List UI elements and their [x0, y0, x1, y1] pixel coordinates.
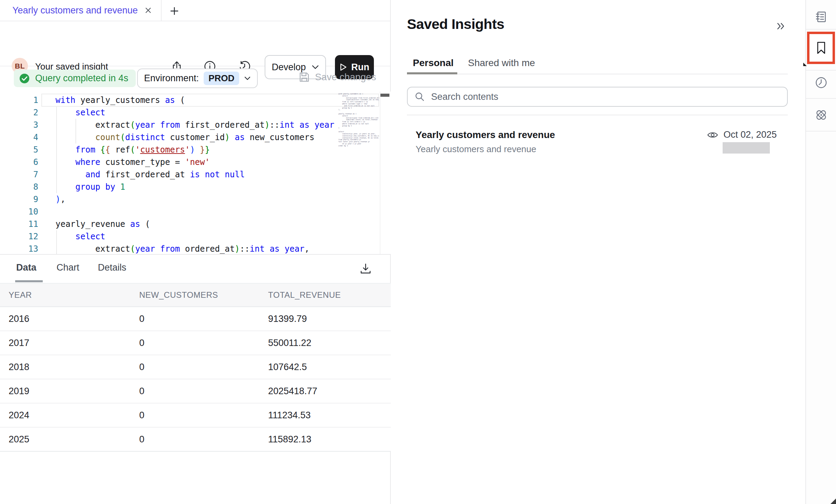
code-line[interactable]: count(distinct customer_id) as new_custo…: [55, 131, 335, 144]
column-header: NEW_CUSTOMERS: [131, 290, 259, 300]
environment-label: Environment:: [144, 73, 199, 84]
notebook-icon: [815, 10, 828, 23]
environment-value-badge: PROD: [204, 72, 239, 85]
results-tabbar: Data Chart Details: [0, 255, 390, 283]
insight-item-date: Oct 02, 2025: [723, 129, 777, 140]
resize-corner-mark: [830, 498, 836, 504]
code-line[interactable]: group by 1: [55, 181, 335, 193]
tab-data[interactable]: Data: [16, 262, 37, 273]
line-number: 2: [0, 106, 38, 119]
divider: [407, 115, 788, 115]
page-title: Saved Insights: [407, 16, 504, 32]
active-tab-underline: [15, 280, 43, 282]
table-cell: 2018: [0, 362, 131, 372]
notebook-panel-button[interactable]: [806, 10, 836, 23]
save-changes-label: Save changes: [315, 72, 376, 83]
column-header: YEAR: [0, 290, 131, 300]
save-changes-button[interactable]: Save changes: [298, 71, 376, 83]
tab-chart[interactable]: Chart: [57, 262, 79, 273]
insight-toolbar: BL Your saved insight Deve: [0, 21, 390, 66]
check-circle-icon: [19, 73, 30, 84]
table-cell: 107642.5: [259, 362, 391, 372]
code-line[interactable]: yearly_revenue as (: [55, 218, 335, 230]
code-line[interactable]: and first_ordered_at is not null: [55, 168, 335, 181]
close-icon[interactable]: [144, 6, 152, 14]
search-box[interactable]: [407, 87, 788, 107]
code-line[interactable]: where customer_type = 'new': [55, 156, 335, 168]
history-rail-button[interactable]: [806, 76, 836, 89]
code-area[interactable]: with yearly_customers as ( select extrac…: [55, 94, 335, 255]
tab-title: Yearly customers and revenue: [12, 5, 138, 16]
tabs-baseline: [407, 74, 788, 74]
download-results-button[interactable]: [358, 262, 373, 276]
results-table: YEARNEW_CUSTOMERSTOTAL_REVENUE 201609139…: [0, 283, 391, 452]
code-line[interactable]: from {{ ref('customers') }}: [55, 144, 335, 156]
rail-divider: [806, 70, 836, 71]
line-number: 10: [0, 206, 38, 218]
plus-icon: [169, 6, 180, 16]
chevron-down-icon: [244, 76, 251, 81]
tab-shared-with-me[interactable]: Shared with me: [468, 57, 535, 69]
saved-insights-rail-button[interactable]: [807, 32, 835, 64]
table-cell: 115892.13: [259, 434, 391, 445]
table-cell: 91399.79: [259, 314, 391, 324]
download-icon: [359, 262, 372, 275]
saved-insight-item[interactable]: Yearly customers and revenue Yearly cust…: [407, 123, 788, 160]
table-row[interactable]: 20170550011.22: [0, 331, 391, 355]
editor-minimap[interactable]: with yearly_customers as ( select extrac…: [338, 93, 379, 253]
tab-details[interactable]: Details: [98, 262, 126, 273]
table-cell: 0: [131, 314, 259, 324]
line-number: 3: [0, 119, 38, 131]
rail-divider: [806, 131, 836, 132]
table-row[interactable]: 20240111234.53: [0, 403, 391, 428]
table-row[interactable]: 20180107642.5: [0, 355, 391, 379]
integrations-rail-button[interactable]: [806, 107, 836, 123]
environment-selector[interactable]: Environment: PROD: [137, 69, 258, 88]
query-status-text: Query completed in 4s: [35, 73, 128, 84]
code-line[interactable]: [55, 206, 335, 218]
table-cell: 2024: [0, 410, 131, 421]
editor-scrollbar-thumb[interactable]: [380, 94, 389, 97]
editor-tabbar: Yearly customers and revenue: [0, 0, 390, 21]
insight-item-title: Yearly customers and revenue: [416, 129, 555, 140]
tab-personal[interactable]: Personal: [413, 57, 453, 69]
tab-yearly-customers-and-revenue[interactable]: Yearly customers and revenue: [0, 0, 162, 21]
table-cell: 0: [131, 434, 259, 445]
search-icon: [415, 92, 425, 102]
line-number: 11: [0, 218, 38, 230]
table-row[interactable]: 201902025418.77: [0, 379, 391, 403]
insight-item-placeholder-bar: [723, 142, 770, 154]
column-header: TOTAL_REVENUE: [259, 290, 391, 300]
insight-item-subtitle: Yearly customers and revenue: [416, 144, 536, 155]
eye-icon: [707, 131, 718, 139]
new-tab-button[interactable]: [168, 5, 181, 17]
line-number: 1: [0, 94, 38, 106]
table-cell: 2016: [0, 314, 131, 324]
query-statusbar: Query completed in 4s Environment: PROD …: [0, 66, 390, 92]
code-line[interactable]: select: [55, 106, 335, 119]
rail-divider: [806, 98, 836, 99]
table-row[interactable]: 2016091399.79: [0, 307, 391, 331]
rail-divider: [806, 29, 836, 30]
code-line[interactable]: extract(year from first_ordered_at)::int…: [55, 119, 335, 131]
search-input[interactable]: [431, 92, 780, 102]
code-line[interactable]: ),: [55, 193, 335, 206]
line-number: 8: [0, 181, 38, 193]
code-line[interactable]: with yearly_customers as (: [55, 94, 335, 106]
code-line[interactable]: select: [55, 230, 335, 243]
collapse-panel-button[interactable]: [775, 20, 787, 32]
sql-editor[interactable]: 12345678910111213 with yearly_customers …: [0, 92, 391, 255]
line-number: 6: [0, 156, 38, 168]
double-chevron-right-icon: [776, 21, 786, 31]
table-cell: 2025: [0, 434, 131, 445]
code-line[interactable]: extract(year from ordered_at)::int as ye…: [55, 243, 335, 255]
table-row[interactable]: 20250115892.13: [0, 428, 391, 452]
right-icon-rail: [805, 0, 836, 504]
clock-icon: [815, 76, 828, 89]
table-cell: 0: [131, 362, 259, 372]
insight-item-meta: Oct 02, 2025: [707, 129, 777, 140]
table-cell: 2025418.77: [259, 386, 391, 397]
active-tab-underline: [407, 72, 457, 74]
table-cell: 2017: [0, 338, 131, 348]
integrations-icon: [813, 107, 829, 123]
